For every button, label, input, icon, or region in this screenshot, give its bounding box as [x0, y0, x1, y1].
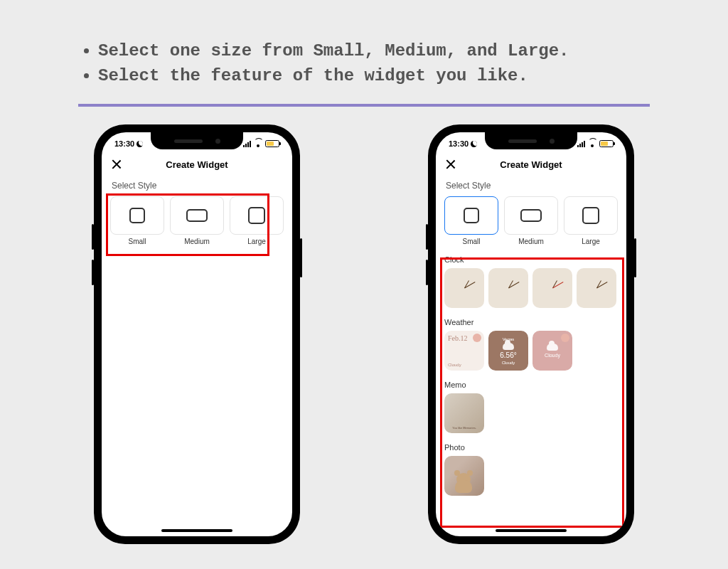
cloud-icon	[503, 343, 514, 350]
weather-cond: Cloudy	[545, 353, 560, 358]
dnd-icon	[136, 141, 143, 147]
weather-widget-option[interactable]: Feb.12 Cloudy	[444, 331, 484, 371]
size-label-large: Large	[564, 238, 618, 245]
sun-icon	[473, 334, 481, 342]
home-indicator	[161, 529, 232, 532]
close-icon[interactable]	[446, 159, 456, 169]
phone-mockup-left: 13:30 Create Widget Select Style	[94, 124, 300, 544]
page-title: Create Widget	[500, 159, 562, 170]
size-label-medium: Medium	[504, 238, 558, 245]
dnd-icon	[471, 141, 477, 147]
size-option-medium[interactable]	[170, 196, 224, 235]
clock-widget-option[interactable]	[577, 268, 616, 308]
size-option-small[interactable]	[110, 196, 164, 235]
signal-icon	[577, 141, 585, 147]
memo-widget-option[interactable]: You like Memories.	[444, 393, 484, 433]
category-photo-label: Photo	[444, 443, 618, 452]
weather-widget-option[interactable]: Vegas 6.56° Cloudy	[488, 331, 528, 371]
size-option-large[interactable]	[230, 196, 284, 235]
wifi-icon	[588, 141, 596, 147]
phone-mockup-right: 13:30 Create Widget Select Style	[428, 124, 634, 544]
battery-icon	[265, 140, 279, 147]
weather-cond: Cloudy	[502, 361, 515, 365]
size-label-small: Small	[110, 238, 164, 245]
signal-icon	[243, 141, 251, 147]
sun-icon	[561, 334, 569, 342]
page-title: Create Widget	[166, 159, 228, 170]
divider	[78, 104, 650, 107]
photo-widget-option[interactable]	[444, 456, 484, 496]
instructions-block: Select one size from Small, Medium, and …	[78, 39, 650, 89]
wifi-icon	[254, 141, 262, 147]
size-option-small[interactable]	[444, 196, 498, 235]
bear-photo	[453, 470, 474, 493]
category-memo-label: Memo	[444, 381, 618, 389]
weather-cond: Cloudy	[448, 363, 481, 367]
home-indicator	[496, 529, 567, 532]
phone-notch	[151, 132, 243, 149]
clock-widget-option[interactable]	[444, 268, 484, 308]
phone-notch	[485, 132, 577, 149]
select-style-label: Select Style	[446, 181, 618, 191]
size-label-medium: Medium	[170, 238, 224, 245]
memo-text: You like Memories.	[452, 427, 476, 430]
size-option-medium[interactable]	[504, 196, 558, 235]
cloud-icon	[547, 344, 558, 351]
status-time: 13:30	[449, 139, 469, 148]
battery-icon	[599, 140, 614, 147]
instruction-item: Select the feature of the widget you lik…	[98, 64, 650, 89]
weather-widget-option[interactable]: Cloudy	[532, 331, 572, 371]
close-icon[interactable]	[112, 159, 122, 169]
weather-temp: 6.56°	[500, 351, 516, 359]
select-style-label: Select Style	[112, 181, 284, 191]
category-weather-label: Weather	[444, 318, 618, 326]
size-label-large: Large	[230, 238, 284, 245]
status-time: 13:30	[114, 139, 134, 148]
size-label-small: Small	[444, 238, 498, 245]
category-clock-label: Clock	[444, 255, 618, 264]
size-option-large[interactable]	[564, 196, 618, 235]
clock-widget-option[interactable]	[532, 268, 572, 308]
clock-widget-option[interactable]	[488, 268, 528, 308]
instruction-item: Select one size from Small, Medium, and …	[98, 39, 650, 64]
